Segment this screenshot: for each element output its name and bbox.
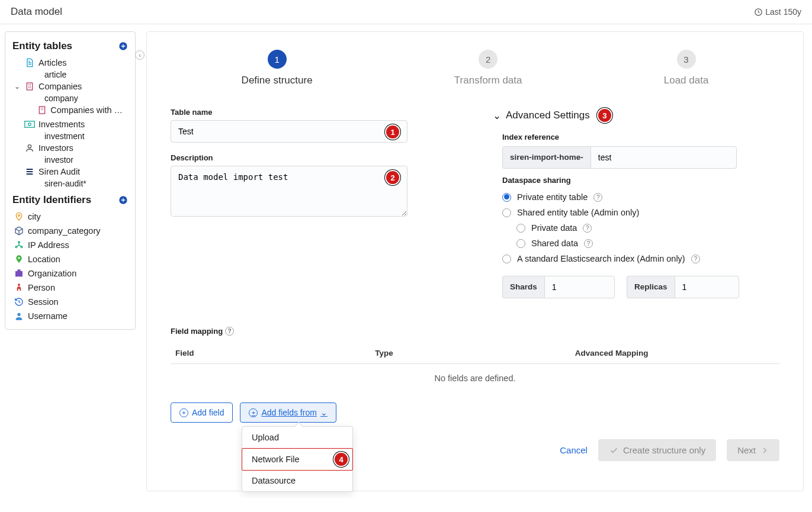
sidebar-item-session[interactable]: Session	[11, 295, 129, 309]
sidebar-item-city[interactable]: city	[11, 210, 129, 224]
radio-icon	[516, 239, 525, 248]
sidebar-item-ip[interactable]: IP Address	[11, 238, 129, 252]
cube-icon	[14, 226, 24, 236]
callout-4: 4	[333, 452, 349, 467]
popover-item-upload[interactable]: Upload	[242, 427, 352, 449]
index-prefix: siren-import-home-	[502, 146, 590, 169]
description-input[interactable]: Data model import test	[171, 166, 407, 217]
sidebar-item-companies-child[interactable]: Companies with a d…	[35, 103, 129, 117]
callout-2: 2	[385, 170, 400, 185]
svg-rect-14	[17, 269, 20, 271]
entity-identifiers-title: Entity Identifiers	[12, 194, 91, 206]
radio-label: Shared data	[531, 239, 578, 248]
svg-rect-2	[27, 83, 32, 90]
svg-point-12	[18, 257, 20, 259]
step-label: Load data	[664, 75, 709, 86]
topbar: Data model Last 150y	[0, 0, 812, 24]
callout-1: 1	[385, 124, 400, 140]
user-icon	[24, 143, 35, 153]
advanced-title: Advanced Settings	[506, 110, 590, 121]
step-circle: 2	[479, 50, 498, 69]
col-field: Field	[175, 349, 375, 358]
add-entity-identifier-icon[interactable]	[118, 195, 128, 205]
user-solid-icon	[14, 311, 24, 321]
network-icon	[14, 240, 24, 250]
mapping-empty: No fields are defined.	[171, 364, 779, 393]
advanced-settings-toggle[interactable]: ⌄ Advanced Settings 3	[493, 108, 779, 123]
radio-label: Private entity table	[517, 192, 588, 202]
radio-shared-data[interactable]: Shared data ?	[516, 236, 779, 251]
step-label: Transform data	[454, 75, 522, 86]
step-2[interactable]: 2 Transform data	[454, 50, 522, 86]
shards-label: Shards	[502, 276, 544, 298]
sidebar-item-investors[interactable]: Investors	[22, 141, 129, 155]
main-panel: 1 Define structure 2 Transform data 3 Lo…	[146, 31, 804, 491]
add-entity-table-icon[interactable]	[118, 41, 128, 51]
svg-point-16	[17, 313, 20, 316]
sidebar-item-sub: investor	[44, 155, 129, 165]
replicas-input[interactable]	[675, 276, 739, 298]
sidebar-item-organization[interactable]: Organization	[11, 266, 129, 281]
col-type: Type	[375, 349, 575, 358]
shards-input[interactable]	[544, 276, 615, 298]
sidebar-item-company-category[interactable]: company_category	[11, 224, 129, 238]
svg-point-6	[28, 145, 31, 148]
help-icon[interactable]: ?	[583, 224, 592, 233]
entity-tables-title: Entity tables	[12, 40, 72, 52]
sidebar-item-siren-audit[interactable]: Siren Audit	[22, 165, 129, 179]
table-name-input[interactable]	[171, 120, 407, 143]
step-1[interactable]: 1 Define structure	[242, 50, 313, 86]
add-fields-from-button[interactable]: + Add fields from ⌄	[240, 402, 336, 423]
popover-item-datasource[interactable]: Datasource	[242, 470, 352, 491]
stepper: 1 Define structure 2 Transform data 3 Lo…	[171, 50, 779, 86]
help-icon[interactable]: ?	[593, 193, 602, 202]
step-circle: 1	[268, 50, 287, 69]
money-icon	[24, 120, 35, 128]
radio-private-entity[interactable]: Private entity table ?	[502, 189, 779, 205]
chevron-down-icon[interactable]: ⌄	[14, 82, 21, 91]
person-icon	[14, 283, 24, 292]
radio-shared-entity[interactable]: Shared entity table (Admin only)	[502, 205, 779, 220]
next-button[interactable]: Next	[727, 439, 779, 461]
popover-label: Network File	[252, 455, 300, 464]
radio-private-data[interactable]: Private data ?	[516, 220, 779, 236]
radio-icon	[502, 193, 511, 202]
add-fields-popover: Upload Network File 4 Datasource	[242, 426, 353, 492]
sidebar-item-sub: company	[44, 94, 129, 103]
time-range[interactable]: Last 150y	[754, 7, 801, 17]
sidebar-item-investments[interactable]: Investments	[22, 117, 129, 131]
clock-icon	[754, 8, 763, 17]
table-name-label: Table name	[171, 108, 457, 117]
callout-3: 3	[597, 108, 612, 123]
cancel-button[interactable]: Cancel	[560, 445, 588, 455]
chevron-right-icon	[760, 446, 769, 455]
sidebar-item-username[interactable]: Username	[11, 309, 129, 323]
help-icon[interactable]: ?	[584, 239, 593, 248]
sidebar-item-articles[interactable]: Articles	[22, 56, 129, 70]
index-value-input[interactable]	[590, 146, 737, 169]
add-field-button[interactable]: + Add field	[171, 402, 233, 423]
radio-icon	[502, 255, 511, 263]
button-text: Create structure only	[623, 445, 705, 455]
collapse-sidebar-icon[interactable]: ‹	[135, 50, 145, 60]
help-icon[interactable]: ?	[225, 327, 234, 336]
sidebar-item-companies[interactable]: ⌄ Companies	[11, 79, 129, 94]
document-icon	[24, 58, 35, 67]
page-title: Data model	[11, 6, 62, 18]
radio-es-index[interactable]: A standard Elasticsearch index (Admin on…	[502, 251, 779, 266]
popover-item-network-file[interactable]: Network File 4	[242, 448, 353, 471]
button-text: Next	[737, 445, 756, 455]
step-3[interactable]: 3 Load data	[664, 50, 709, 86]
field-mapping-label: Field mapping ?	[171, 327, 779, 336]
entity-identifiers-heading: Entity Identifiers	[11, 192, 129, 210]
replicas-label: Replicas	[627, 276, 675, 298]
svg-point-9	[18, 241, 20, 243]
create-structure-only-button[interactable]: Create structure only	[598, 439, 716, 461]
help-icon[interactable]: ?	[691, 255, 700, 263]
index-ref-label: Index reference	[502, 133, 779, 141]
sidebar-item-person[interactable]: Person	[11, 281, 129, 295]
col-advanced: Advanced Mapping	[575, 349, 775, 358]
sidebar-item-location[interactable]: Location	[11, 252, 129, 266]
sidebar-item-sub: investment	[44, 131, 129, 141]
field-mapping-table: Field Type Advanced Mapping No fields ar…	[171, 343, 779, 393]
